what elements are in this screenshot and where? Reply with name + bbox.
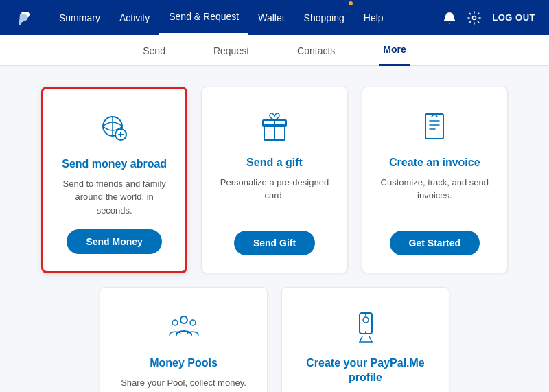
svg-rect-7 [425, 114, 443, 139]
nav-right-controls: LOG OUT [443, 11, 535, 25]
money-pools-desc: Share your Pool, collect money. [121, 376, 246, 392]
svg-point-11 [180, 316, 187, 323]
subnav-request[interactable]: Request [210, 35, 253, 66]
money-pools-title: Money Pools [150, 356, 218, 371]
create-invoice-desc: Customize, track, and send invoices. [376, 176, 493, 219]
bottom-cards-grid: Money Pools Share your Pool, collect mon… [100, 287, 449, 392]
subnav-send[interactable]: Send [139, 35, 169, 66]
svg-point-13 [190, 320, 196, 325]
subnav-more[interactable]: More [379, 35, 409, 66]
nav-send-request[interactable]: Send & Request [159, 0, 248, 35]
settings-button[interactable] [467, 11, 481, 25]
svg-rect-14 [360, 313, 372, 334]
main-content: Send money abroad Send to friends and fa… [0, 66, 549, 392]
card-paypalme: Create your PayPal.Me profile Help your … [281, 287, 449, 392]
logout-button[interactable]: LOG OUT [492, 12, 535, 23]
subnav-contacts[interactable]: Contacts [294, 35, 338, 66]
money-pools-icon [165, 308, 203, 347]
send-gift-button[interactable]: Send Gift [234, 231, 315, 255]
nav-shopping[interactable]: Shopping [294, 0, 354, 35]
notifications-button[interactable] [443, 11, 456, 25]
paypalme-title: Create your PayPal.Me profile [296, 356, 435, 385]
send-abroad-desc: Send to friends and family around the wo… [57, 177, 172, 218]
top-cards-grid: Send money abroad Send to friends and fa… [41, 87, 508, 273]
nav-wallet[interactable]: Wallet [248, 0, 294, 35]
send-gift-title: Send a gift [246, 156, 303, 170]
sub-navigation: Send Request Contacts More [0, 35, 549, 66]
svg-point-0 [473, 16, 476, 19]
svg-point-15 [363, 317, 369, 323]
create-invoice-button[interactable]: Get Started [390, 231, 480, 255]
send-abroad-icon [95, 109, 134, 148]
send-gift-desc: Personalize a pre-designed card. [215, 176, 333, 219]
svg-point-12 [172, 320, 178, 325]
card-send-abroad: Send money abroad Send to friends and fa… [41, 87, 187, 273]
nav-summary[interactable]: Summary [49, 0, 110, 35]
top-navigation: Summary Activity Send & Request Wallet S… [0, 0, 549, 35]
paypal-logo [14, 7, 36, 29]
send-abroad-title: Send money abroad [62, 157, 167, 172]
send-gift-icon [255, 108, 294, 146]
card-money-pools: Money Pools Share your Pool, collect mon… [100, 287, 268, 392]
send-abroad-button[interactable]: Send Money [67, 229, 161, 254]
nav-links: Summary Activity Send & Request Wallet S… [49, 0, 443, 35]
card-create-invoice: Create an invoice Customize, track, and … [362, 87, 508, 273]
nav-activity[interactable]: Activity [110, 0, 159, 35]
create-invoice-icon [415, 108, 454, 146]
card-send-gift: Send a gift Personalize a pre-designed c… [201, 87, 347, 273]
create-invoice-title: Create an invoice [389, 156, 480, 170]
paypalme-icon [347, 308, 385, 347]
nav-help[interactable]: Help [354, 0, 393, 35]
